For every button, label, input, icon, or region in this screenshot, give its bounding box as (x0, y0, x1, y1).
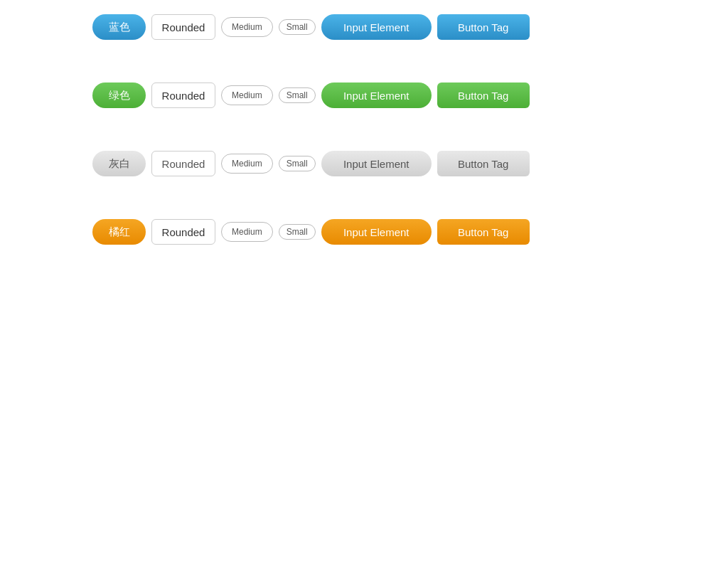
orange-small-button[interactable]: Small (279, 224, 316, 240)
orange-tag-button[interactable]: Button Tag (437, 219, 530, 245)
green-tag-button[interactable]: Button Tag (437, 83, 530, 108)
gray-small-button[interactable]: Small (279, 156, 316, 171)
green-medium-button[interactable]: Medium (221, 85, 273, 105)
orange-rounded-button[interactable]: Rounded (151, 219, 215, 245)
blue-medium-button[interactable]: Medium (221, 17, 273, 37)
orange-row: 橘红 Rounded Medium Small Input Element Bu… (92, 219, 636, 245)
gray-row: 灰白 Rounded Medium Small Input Element Bu… (92, 151, 636, 176)
gray-large-button[interactable]: 灰白 (92, 151, 146, 176)
blue-input-button[interactable]: Input Element (321, 14, 432, 40)
blue-row: 蓝色 Rounded Medium Small Input Element Bu… (92, 14, 636, 40)
blue-large-button[interactable]: 蓝色 (92, 14, 146, 40)
gray-tag-button[interactable]: Button Tag (437, 151, 530, 176)
green-small-button[interactable]: Small (279, 87, 316, 103)
gray-medium-button[interactable]: Medium (221, 154, 273, 174)
orange-input-button[interactable]: Input Element (321, 219, 432, 245)
gray-input-button[interactable]: Input Element (321, 151, 432, 176)
orange-medium-button[interactable]: Medium (221, 222, 273, 242)
green-row: 绿色 Rounded Medium Small Input Element Bu… (92, 83, 636, 108)
blue-tag-button[interactable]: Button Tag (437, 14, 530, 40)
blue-rounded-button[interactable]: Rounded (151, 14, 215, 40)
orange-large-button[interactable]: 橘红 (92, 219, 146, 245)
green-large-button[interactable]: 绿色 (92, 83, 146, 108)
green-rounded-button[interactable]: Rounded (151, 83, 215, 108)
gray-rounded-button[interactable]: Rounded (151, 151, 215, 176)
blue-small-button[interactable]: Small (279, 19, 316, 35)
green-input-button[interactable]: Input Element (321, 83, 432, 108)
